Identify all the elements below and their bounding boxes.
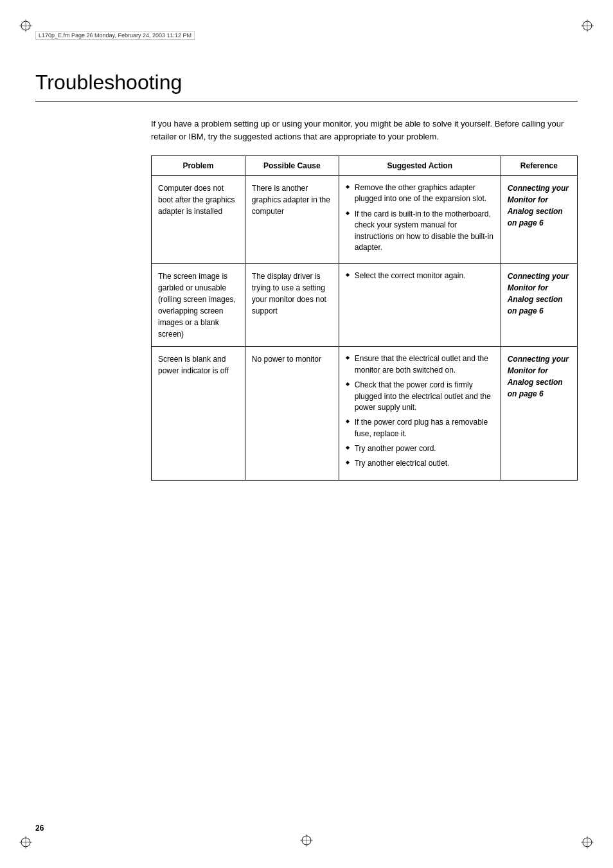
col-header-cause: Possible Cause <box>245 156 339 176</box>
table-row: Screen is blank and power indicator is o… <box>152 347 578 481</box>
reference-cell: Connecting your Monitor for Analog secti… <box>501 347 577 481</box>
content-area: Troubleshooting If you have a problem se… <box>35 71 578 481</box>
corner-mark-tr <box>581 19 594 32</box>
action-item: Ensure that the electrical outlet and th… <box>346 353 494 376</box>
title-rule <box>35 101 578 102</box>
reference-cell: Connecting your Monitor for Analog secti… <box>501 264 577 347</box>
corner-mark-bl <box>19 836 32 849</box>
cause-cell: The display driver is trying to use a se… <box>245 264 339 347</box>
action-item: If the card is built-in to the motherboa… <box>346 209 494 254</box>
page-container: L170p_E.fm Page 26 Monday, February 24, … <box>0 0 613 868</box>
table-row: The screen image is garbled or unusable … <box>152 264 578 347</box>
page-number: 26 <box>35 824 44 833</box>
action-cell: Remove the other graphics adapter plugge… <box>339 176 501 264</box>
corner-mark-tl <box>19 19 32 32</box>
file-info-bar: L170p_E.fm Page 26 Monday, February 24, … <box>35 31 195 40</box>
col-header-reference: Reference <box>501 156 577 176</box>
action-item: Remove the other graphics adapter plugge… <box>346 182 494 205</box>
col-header-problem: Problem <box>152 156 245 176</box>
action-item: Try another electrical outlet. <box>346 458 494 469</box>
reference-cell: Connecting your Monitor for Analog secti… <box>501 176 577 264</box>
action-item: Select the correct monitor again. <box>346 270 494 281</box>
cause-cell: There is another graphics adapter in the… <box>245 176 339 264</box>
problem-cell: Screen is blank and power indicator is o… <box>152 347 245 481</box>
problem-cell: Computer does not boot after the graphic… <box>152 176 245 264</box>
action-item: Try another power cord. <box>346 443 494 454</box>
action-cell: Ensure that the electrical outlet and th… <box>339 347 501 481</box>
page-title: Troubleshooting <box>35 71 578 94</box>
problem-cell: The screen image is garbled or unusable … <box>152 264 245 347</box>
cause-cell: No power to monitor <box>245 347 339 481</box>
action-cell: Select the correct monitor again. <box>339 264 501 347</box>
bottom-center-mark <box>300 834 313 849</box>
table-row: Computer does not boot after the graphic… <box>152 176 578 264</box>
intro-text: If you have a problem setting up or usin… <box>151 118 578 143</box>
corner-mark-br <box>581 836 594 849</box>
col-header-action: Suggested Action <box>339 156 501 176</box>
troubleshooting-table: Problem Possible Cause Suggested Action … <box>151 155 578 481</box>
action-item: If the power cord plug has a removable f… <box>346 417 494 439</box>
action-item: Check that the power cord is firmly plug… <box>346 380 494 413</box>
